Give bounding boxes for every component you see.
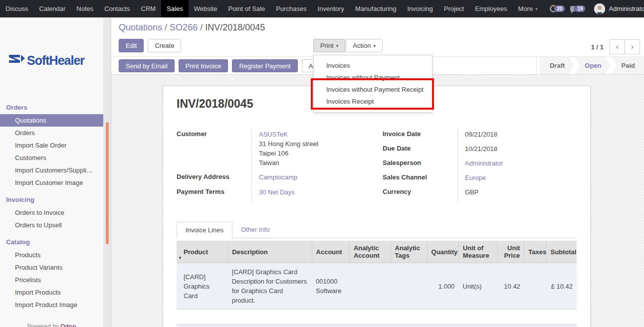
col-unit-price[interactable]: Unit Price [497,241,524,263]
col-analytic-tags[interactable]: Analytic Tags [391,241,427,263]
sidebar-item-import-sale-order[interactable]: Import Sale Order [0,139,111,152]
sidebar-item-product-variants[interactable]: Product Variants [0,261,111,274]
customer-link[interactable]: ASUSTeK [259,130,370,139]
cell-analytic-tags [391,263,427,310]
nav-calendar[interactable]: Calendar [34,0,71,17]
nav-notes[interactable]: Notes [71,0,99,17]
status-step-paid[interactable]: Paid [612,57,644,74]
pager: 1 / 1 ‹ › [591,39,640,54]
sidebar-item-products[interactable]: Products [0,249,111,261]
col-taxes[interactable]: Taxes [524,241,546,263]
messages-indicator[interactable]: 19 [570,5,586,12]
customer-value: ASUSTeK 31 Hong Kong street Taipei 106 T… [251,130,370,172]
powered-by-odoo: Powered by Odoo [0,323,103,327]
user-name[interactable]: Administrator [609,5,644,12]
nav-project[interactable]: Project [438,0,469,17]
sidebar-item-orders-to-upsell[interactable]: Orders to Upsell [0,219,111,231]
cell-taxes [524,263,546,310]
col-analytic-account[interactable]: Analytic Account [349,241,391,263]
breadcrumb-so266[interactable]: SO266 [170,22,198,32]
nav-purchases[interactable]: Purchases [270,0,312,17]
sidebar-item-quotations[interactable]: Quotations [0,114,111,127]
print-invoice-button[interactable]: Print Invoice [179,59,228,72]
cell-quantity: 1.000 [427,263,458,310]
softhealer-logo-icon [8,53,26,68]
activity-indicator[interactable]: 20 [550,5,565,12]
salesperson-label: Salesperson [383,159,457,166]
sidebar-item-import-products[interactable]: Import Products [0,286,111,299]
col-description[interactable]: Description [228,241,312,263]
nav-invoicing[interactable]: Invoicing [402,0,438,17]
col-quantity[interactable]: Quantity [427,241,458,263]
table-row[interactable]: [CARD] Graphics Card [CARD] Graphics Car… [177,263,577,310]
status-step-open[interactable]: Open [575,57,610,74]
sidebar-item-import-customers-suppliers[interactable]: Import Customers/Suppli… [0,164,111,176]
tab-invoice-lines[interactable]: Invoice Lines [177,222,232,238]
col-account[interactable]: Account [312,241,349,263]
nav-sales[interactable]: Sales [161,0,189,17]
nav-website[interactable]: Website [189,0,223,17]
col-subtotal[interactable]: Subtotal [546,241,577,263]
edit-create-buttons: Edit Create [119,39,181,52]
menu-item-invoices-receipt[interactable]: Invoices Receipt [314,96,432,108]
customer-city: Taipei 106 [259,149,370,158]
menu-section-orders: Orders Quotations Orders Import Sale Ord… [0,101,111,189]
sidebar-item-import-product-image[interactable]: Import Product Image [0,299,111,311]
salesperson-link[interactable]: Administrator [465,160,503,167]
nav-more-label: More [518,5,533,12]
cell-description: [CARD] Graphics Card Description for Cus… [228,263,312,310]
status-step-draft[interactable]: Draft [540,57,574,74]
invoice-info: Customer ASUSTeK 31 Hong Kong street Tai… [177,130,577,202]
pager-next-button[interactable]: › [625,39,640,54]
tab-other-info[interactable]: Other Info [232,222,278,238]
delivery-address-link[interactable]: Camptocamp [259,173,297,181]
sidebar-item-customers[interactable]: Customers [0,152,111,164]
sidebar-scrollbar-thumb[interactable] [106,122,109,244]
payment-terms-link[interactable]: 30 Net Days [259,188,295,196]
send-by-email-button[interactable]: Send by Email [119,59,175,72]
sidebar-item-pricelists[interactable]: Pricelists [0,274,111,286]
nav-crm[interactable]: CRM [136,0,162,17]
breadcrumb-quotations[interactable]: Quotations [119,22,162,32]
print-dropdown-button[interactable]: Print ▾ [313,39,345,52]
section-title-catalog: Catalog [0,235,111,249]
nav-employees[interactable]: Employees [469,0,512,17]
user-avatar[interactable] [594,3,605,14]
sidebar-scrollbar-track[interactable] [103,17,111,327]
sidebar-item-orders[interactable]: Orders [0,127,111,139]
cell-analytic-account [349,263,391,310]
invoice-info-left: Customer ASUSTeK 31 Hong Kong street Tai… [177,130,370,202]
edit-button[interactable]: Edit [119,39,144,52]
nav-more[interactable]: More ▾ [513,0,543,17]
menu-section-invoicing: Invoicing Orders to Invoice Orders to Up… [0,193,111,231]
message-count-badge: 19 [574,5,586,12]
statusbar: Draft Open Paid [536,57,644,74]
nav-manufacturing[interactable]: Manufacturing [350,0,402,17]
sidebar-item-import-customer-image[interactable]: Import Customer Image [0,176,111,189]
totals-placeholder-row [177,324,577,327]
currency-value: GBP [457,187,577,202]
nav-point-of-sale[interactable]: Point of Sale [222,0,270,17]
breadcrumb: Quotations / SO266 / INV/2018/0045 [119,22,265,33]
nav-contacts[interactable]: Contacts [99,0,135,17]
action-dropdown-button[interactable]: Action ▾ [346,39,383,52]
pager-previous-button[interactable]: ‹ [610,39,625,54]
menu-item-invoices[interactable]: Invoices [314,60,432,72]
breadcrumb-separator-2: / [200,22,203,32]
col-unit-of-measure[interactable]: Unit of Measure [458,241,497,263]
top-nav-right: 20 19 Administrator [550,0,644,17]
nav-discuss[interactable]: Discuss [0,0,34,17]
menu-item-invoices-without-payment[interactable]: Invoices without Payment [314,72,432,84]
menu-item-invoices-without-payment-receipt[interactable]: Invoices without Payment Receipt [314,84,432,96]
customer-label: Customer [177,130,251,138]
create-button[interactable]: Create [148,39,181,52]
sales-channel-link[interactable]: Europe [465,174,486,181]
activity-count-badge: 20 [554,5,565,12]
register-payment-button[interactable]: Register Payment [232,59,297,72]
sidebar-item-orders-to-invoice[interactable]: Orders to Invoice [0,206,111,219]
breadcrumb-separator: / [165,22,167,32]
due-date-value: 10/21/2018 [457,144,577,159]
nav-inventory[interactable]: Inventory [312,0,350,17]
col-product[interactable]: ▼ Product [177,241,228,263]
control-panel: Quotations / SO266 / INV/2018/0045 Edit … [111,17,644,56]
